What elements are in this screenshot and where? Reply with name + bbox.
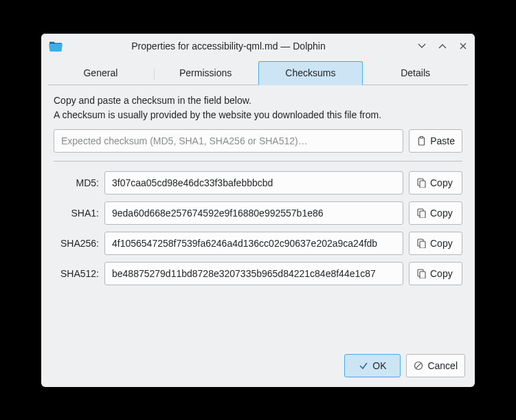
- window-title: Properties for accessibility-qml.md — Do…: [69, 41, 416, 52]
- copy-icon: [416, 269, 426, 278]
- svg-line-11: [416, 363, 422, 368]
- cancel-button[interactable]: Cancel: [406, 354, 465, 377]
- expected-checksum-row: Paste: [54, 129, 462, 153]
- cancel-button-label: Cancel: [427, 360, 458, 371]
- svg-rect-5: [420, 211, 425, 218]
- window-controls: [416, 40, 469, 52]
- paste-button-label: Paste: [430, 135, 455, 146]
- tab-checksums[interactable]: Checksums: [258, 61, 363, 85]
- sha1-label: SHA1:: [54, 208, 99, 219]
- sha1-value[interactable]: [104, 201, 403, 225]
- md5-label: MD5:: [54, 177, 99, 188]
- sha256-label: SHA256:: [54, 238, 99, 249]
- titlebar: Properties for accessibility-qml.md — Do…: [41, 34, 475, 58]
- svg-rect-1: [420, 136, 423, 138]
- copy-icon: [416, 239, 426, 248]
- dialog-button-row: OK Cancel: [41, 347, 475, 387]
- properties-dialog: Properties for accessibility-qml.md — Do…: [41, 34, 475, 387]
- info-text: Copy and paste a checksum in the field b…: [54, 93, 462, 122]
- svg-rect-7: [420, 241, 425, 248]
- md5-value[interactable]: [104, 171, 403, 195]
- copy-button-label: Copy: [430, 208, 453, 219]
- sha512-row: SHA512: Copy: [54, 262, 462, 285]
- cancel-icon: [414, 361, 423, 371]
- copy-button-label: Copy: [430, 238, 453, 249]
- tab-general[interactable]: General: [48, 61, 153, 85]
- close-button[interactable]: [457, 40, 469, 52]
- sha1-copy-button[interactable]: Copy: [409, 201, 462, 225]
- expected-checksum-input[interactable]: [54, 129, 403, 153]
- checksums-panel: Copy and paste a checksum in the field b…: [41, 85, 475, 347]
- copy-button-label: Copy: [430, 268, 453, 279]
- md5-row: MD5: Copy: [54, 171, 462, 195]
- clipboard-icon: [416, 136, 426, 146]
- svg-rect-9: [420, 272, 425, 278]
- sha256-row: SHA256: Copy: [54, 232, 462, 255]
- svg-rect-0: [418, 137, 424, 145]
- info-line-2: A checksum is usually provided by the we…: [54, 108, 462, 122]
- check-icon: [359, 361, 368, 371]
- ok-button-label: OK: [372, 360, 386, 371]
- sha1-row: SHA1: Copy: [54, 201, 462, 225]
- md5-copy-button[interactable]: Copy: [409, 171, 462, 195]
- sha256-value[interactable]: [104, 232, 403, 255]
- copy-icon: [416, 208, 426, 218]
- svg-rect-3: [420, 181, 425, 188]
- copy-icon: [416, 178, 426, 188]
- ok-button[interactable]: OK: [344, 354, 401, 377]
- separator: [54, 161, 462, 162]
- app-folder-icon: [48, 40, 63, 52]
- sha256-copy-button[interactable]: Copy: [409, 232, 462, 255]
- info-line-1: Copy and paste a checksum in the field b…: [54, 93, 462, 108]
- sha512-value[interactable]: [104, 262, 403, 285]
- sha512-label: SHA512:: [54, 268, 99, 279]
- minimize-button[interactable]: [416, 40, 428, 52]
- copy-button-label: Copy: [430, 177, 453, 188]
- paste-button[interactable]: Paste: [409, 129, 462, 153]
- tab-details[interactable]: Details: [363, 61, 468, 85]
- tab-bar: General Permissions Checksums Details: [48, 61, 468, 85]
- sha512-copy-button[interactable]: Copy: [409, 262, 462, 285]
- maximize-button[interactable]: [436, 40, 449, 52]
- tab-permissions[interactable]: Permissions: [153, 61, 258, 85]
